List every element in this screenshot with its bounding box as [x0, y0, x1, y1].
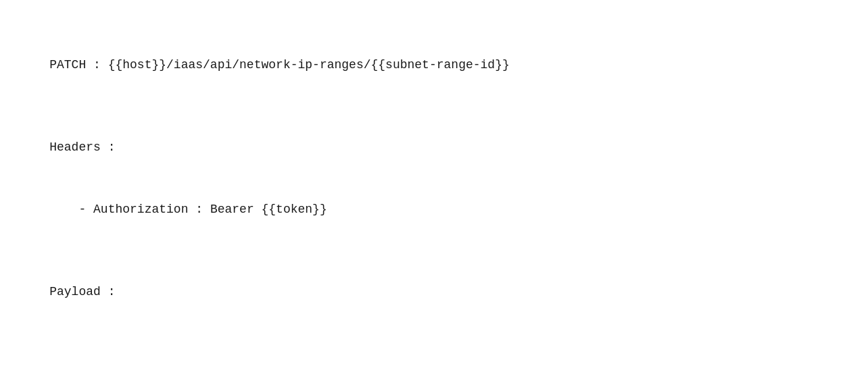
separator-1: :	[86, 58, 107, 72]
header-key: Authorization	[93, 203, 188, 216]
payload-label-line: Payload :	[20, 261, 848, 323]
spacer-2	[20, 240, 848, 261]
header-prefix: -	[49, 203, 93, 216]
headers-label: Headers :	[49, 140, 115, 154]
headers-label-line: Headers :	[20, 116, 848, 178]
spacer-3	[20, 323, 848, 344]
payload-label: Payload :	[49, 285, 115, 298]
request-url: {{host}}/iaas/api/network-ip-ranges/{{su…	[108, 58, 510, 72]
code-block: PATCH : {{host}}/iaas/api/network-ip-ran…	[14, 20, 854, 368]
spacer-1	[20, 96, 848, 117]
header-item-line: - Authorization : Bearer {{token}}	[20, 178, 848, 240]
payload-open-line: {	[20, 344, 848, 368]
request-line: PATCH : {{host}}/iaas/api/network-ip-ran…	[20, 34, 848, 96]
header-value: Bearer {{token}}	[210, 203, 327, 216]
http-method: PATCH	[49, 58, 86, 72]
header-separator: :	[188, 203, 210, 216]
